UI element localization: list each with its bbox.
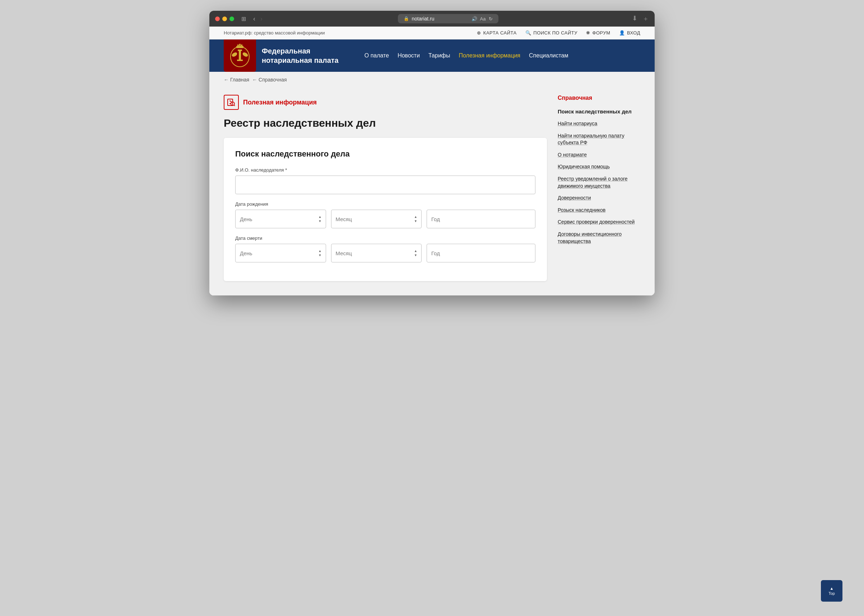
- logo-svg: [227, 43, 252, 68]
- user-icon: 👤: [619, 30, 625, 36]
- sidebar-link-notariat[interactable]: О нотариате: [558, 151, 640, 159]
- svg-rect-5: [239, 50, 241, 60]
- sidebar: Справочная Поиск наследственных дел Найт…: [558, 95, 640, 281]
- scroll-top-button[interactable]: ▲ Top: [821, 580, 842, 602]
- death-year-wrap: [426, 244, 535, 262]
- browser-actions: ⬇ ＋: [632, 14, 649, 23]
- maximize-button[interactable]: [230, 17, 234, 21]
- page-content: Нотариат.рф: средство массовой информаци…: [209, 27, 655, 295]
- sidebar-link-pledge[interactable]: Реестр уведомлений о залоге движимого им…: [558, 176, 640, 190]
- url-text: notariat.ru: [412, 16, 434, 22]
- page-title: Реестр наследственных дел: [224, 117, 547, 129]
- nav-tariffs[interactable]: Тарифы: [424, 50, 454, 62]
- forward-button[interactable]: ›: [259, 14, 264, 24]
- site-description: Нотариат.рф: средство массовой информаци…: [224, 30, 325, 36]
- breadcrumb: ← Главная ← Справочная: [209, 72, 655, 88]
- svg-rect-7: [238, 50, 242, 51]
- logo-area: Федеральная нотариальная палата: [224, 39, 338, 72]
- download-icon[interactable]: ⬇: [632, 14, 637, 23]
- sidebar-toggle-icon[interactable]: ⊞: [241, 16, 246, 22]
- search-icon: 🔍: [526, 30, 532, 36]
- forum-link[interactable]: ❋ ФОРУМ: [586, 30, 610, 36]
- fio-input[interactable]: [235, 176, 535, 194]
- sidebar-link-notarius[interactable]: Найти нотариуса: [558, 120, 640, 127]
- new-tab-icon[interactable]: ＋: [642, 14, 649, 23]
- svg-rect-6: [237, 60, 243, 61]
- death-day-wrap: День ▲ ▼: [235, 244, 326, 262]
- scroll-top-arrow: ▲: [830, 586, 834, 591]
- main-layout: Полезная информация Реестр наследственны…: [209, 88, 655, 295]
- nav-useful-info[interactable]: Полезная информация: [455, 50, 525, 62]
- fio-group: Ф.И.О. наследодателя *: [235, 167, 535, 194]
- form-card-title: Поиск наследственного дела: [235, 149, 535, 159]
- search-label: ПОИСК ПО САЙТУ: [533, 30, 578, 36]
- main-nav: О палате Новости Тарифы Полезная информа…: [360, 50, 573, 62]
- nav-specialists[interactable]: Специалистам: [525, 50, 573, 62]
- forum-icon: ❋: [586, 30, 590, 36]
- site-map-link[interactable]: ⊕ КАРТА САЙТА: [477, 30, 516, 36]
- form-card: Поиск наследственного дела Ф.И.О. наслед…: [224, 138, 547, 281]
- deathdate-label: Дата смерти: [235, 236, 535, 241]
- useful-info-icon: [227, 98, 236, 107]
- sidebar-link-powers[interactable]: Доверенности: [558, 195, 640, 202]
- nav-news[interactable]: Новости: [393, 50, 424, 62]
- sidebar-active-item: Поиск наследственных дел: [558, 108, 640, 115]
- utility-bar: Нотариат.рф: средство массовой информаци…: [209, 27, 655, 39]
- sidebar-link-legal-help[interactable]: Юридическая помощь: [558, 163, 640, 171]
- birth-month-wrap: Месяц ▲ ▼: [331, 210, 422, 228]
- login-link[interactable]: 👤 ВХОД: [619, 30, 640, 36]
- sidebar-link-check-powers[interactable]: Сервис проверки доверенностей: [558, 218, 640, 226]
- svg-rect-4: [239, 44, 241, 46]
- birth-day-wrap: День ▲ ▼: [235, 210, 326, 228]
- svg-rect-3: [241, 44, 242, 47]
- browser-nav: ‹ ›: [252, 14, 264, 24]
- birth-year-wrap: [426, 210, 535, 228]
- forum-label: ФОРУМ: [593, 30, 611, 36]
- sidebar-link-investment[interactable]: Договоры инвестиционного товарищества: [558, 231, 640, 245]
- utility-links: ⊕ КАРТА САЙТА 🔍 ПОИСК ПО САЙТУ ❋ ФОРУМ 👤…: [477, 30, 640, 36]
- birth-year-input[interactable]: [426, 210, 535, 228]
- birth-day-select[interactable]: День: [235, 210, 326, 228]
- browser-titlebar: ⊞ ‹ › 🔒 notariat.ru 🔊 Aa ↻ ⬇ ＋: [209, 11, 655, 27]
- svg-line-13: [234, 105, 235, 106]
- login-label: ВХОД: [627, 30, 640, 36]
- logo-emblem: [224, 39, 256, 72]
- browser-window: ⊞ ‹ › 🔒 notariat.ru 🔊 Aa ↻ ⬇ ＋ Нотариат.…: [209, 11, 655, 295]
- address-bar-container: 🔒 notariat.ru 🔊 Aa ↻: [268, 14, 628, 24]
- birthdate-label: Дата рождения: [235, 201, 535, 207]
- deathdate-group: Дата смерти День ▲ ▼: [235, 236, 535, 262]
- search-link[interactable]: 🔍 ПОИСК ПО САЙТУ: [526, 30, 578, 36]
- svg-rect-2: [238, 44, 239, 47]
- section-title: Полезная информация: [243, 99, 317, 106]
- browser-dots: [215, 17, 234, 21]
- lock-icon: 🔒: [404, 16, 409, 21]
- scroll-top-label: Top: [828, 591, 835, 596]
- deathdate-row: День ▲ ▼ Месяц: [235, 244, 535, 262]
- sidebar-link-search-heirs[interactable]: Розыск наследников: [558, 207, 640, 214]
- birthdate-row: День ▲ ▼ Месяц: [235, 210, 535, 228]
- refresh-icon[interactable]: ↻: [489, 16, 493, 22]
- speaker-icon: 🔊: [472, 16, 477, 22]
- fio-label: Ф.И.О. наследодателя *: [235, 167, 535, 173]
- back-button[interactable]: ‹: [252, 14, 257, 24]
- birthdate-group: Дата рождения День ▲ ▼: [235, 201, 535, 228]
- close-button[interactable]: [215, 17, 220, 21]
- site-map-icon: ⊕: [477, 30, 481, 36]
- address-box[interactable]: 🔒 notariat.ru 🔊 Aa ↻: [398, 14, 499, 24]
- birth-month-select[interactable]: Месяц: [331, 210, 422, 228]
- nav-about[interactable]: О палате: [360, 50, 393, 62]
- section-heading: Полезная информация: [224, 95, 547, 110]
- sidebar-title: Справочная: [558, 95, 640, 103]
- minimize-button[interactable]: [222, 17, 227, 21]
- main-header: Федеральная нотариальная палата О палате…: [209, 39, 655, 72]
- death-year-input[interactable]: [426, 244, 535, 262]
- site-title: Федеральная нотариальная палата: [262, 46, 338, 65]
- death-day-select[interactable]: День: [235, 244, 326, 262]
- death-month-select[interactable]: Месяц: [331, 244, 422, 262]
- site-map-label: КАРТА САЙТА: [483, 30, 517, 36]
- death-month-wrap: Месяц ▲ ▼: [331, 244, 422, 262]
- sidebar-link-chamber[interactable]: Найти нотариальную палату субъекта РФ: [558, 132, 640, 146]
- breadcrumb-reference[interactable]: ← Справочная: [252, 77, 286, 83]
- breadcrumb-home[interactable]: ← Главная: [224, 77, 249, 83]
- content-area: Полезная информация Реестр наследственны…: [224, 95, 547, 281]
